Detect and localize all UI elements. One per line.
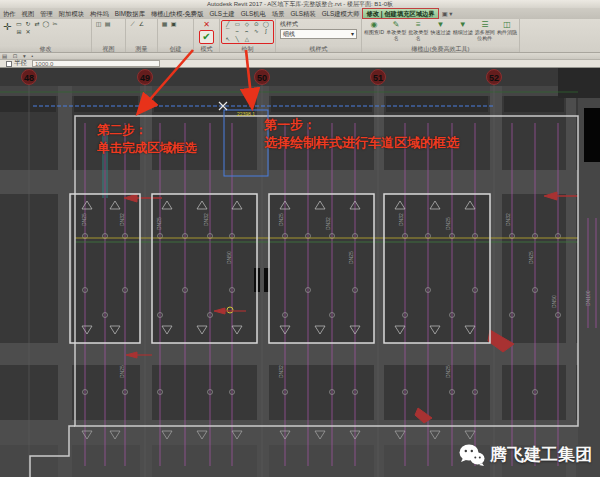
tab-modify-contextual[interactable]: 修改 | 创建填充区域边界 [362,8,438,19]
modify-move-icon[interactable]: ✛ [0,19,12,32]
panel-gls-tools: ◉ 框图查ID ✎ 单改类型名 ≡ 批改类型名 ▼ 快速过滤 ▼ 精细过滤 ☰ … [362,19,520,53]
svg-text:DN25: DN25 [445,217,451,230]
ribbon-tab-bar: 协作 视图 管理 附加模块 构件坞 BIM数据库 橄榄山快模-免费版 GLS土建… [0,8,600,19]
draw-polygon-icon[interactable]: ◇ [242,21,252,28]
panel-gls-label: 橄榄山(免费高效工具) [362,45,519,53]
modify-array-icon[interactable]: ⊞ [14,28,23,36]
gls-fine-filter-button[interactable]: ▼ 精细过滤 [452,20,474,45]
view-list-icon[interactable]: ▤ [103,20,112,28]
svg-text:48: 48 [24,73,34,83]
panel-modify-label: 修改 [0,45,91,53]
tab-overflow-icon[interactable]: ▣ ▾ [439,8,456,19]
window-title: Autodesk Revit 2017 - A区地下车库-完整版整合.rvt -… [0,0,600,8]
tab-addins[interactable]: 附加模块 [56,8,87,19]
gls-multi-level-select-button[interactable]: ☰ 选多层同位构件 [474,20,496,45]
svg-text:DN32: DN32 [325,217,331,230]
gls-quick-filter-button[interactable]: ▼ 快速过滤 [429,20,451,45]
draw-pick-edge-icon[interactable]: ╲ [233,36,243,43]
modify-rect-icon[interactable]: ▭ [14,20,23,28]
line-style-selected: 细线 [283,30,295,38]
tab-view[interactable]: 视图 [19,8,38,19]
measure-angle-icon[interactable]: ∠ [137,20,146,28]
view-window-icon[interactable]: ◫ [94,20,103,28]
draw-arc-icon[interactable]: ⌒ [223,28,233,35]
tab-gls-master[interactable]: GLS建模大师 [319,8,363,19]
radius-checkbox[interactable] [6,61,12,67]
svg-text:50: 50 [257,73,267,83]
tab-gls-free[interactable]: 橄榄山快模-免费版 [148,8,206,19]
panel-mode-label: 模式 [194,45,219,53]
tab-gls-finish[interactable]: GLS精装 [287,8,318,19]
draw-fillet-arc-icon[interactable]: ʃ [261,28,271,35]
radius-checkbox-label: 半径 [14,59,27,68]
svg-text:DN25: DN25 [81,213,87,226]
draw-line-icon[interactable]: ╱ [223,21,233,28]
measure-ruler-icon[interactable]: ⟋ [128,20,137,28]
tab-gls-mep[interactable]: GLS机电 [238,8,269,19]
browser-icon[interactable]: ▤ [2,53,7,59]
radius-value-input[interactable] [32,60,160,67]
grid-bubble-50: 50 [255,70,270,85]
draw-tools-group: ╱ ▭ ◇ ⊙ ◯ ⌒ ⌣ ⌢ ∿ ʃ ↖ ╲ △ [221,20,274,44]
svg-text:DN50: DN50 [226,251,232,264]
draw-tangent-arc-icon[interactable]: ⌢ [242,28,252,35]
create-group-icon[interactable]: ▦ [160,20,169,28]
panel-line-style-label: 线样式 [276,45,361,53]
panel-measure-label: 测量 [126,45,157,53]
svg-text:52: 52 [489,73,499,83]
modify-delete-icon[interactable]: ✕ [23,28,32,36]
draw-endpoint-arc-icon[interactable]: ⌣ [233,28,243,35]
modify-circle-icon[interactable]: ◯ [41,20,50,28]
grid-bubble-52: 52 [487,70,502,85]
modify-rotate-icon[interactable]: ↻ [23,20,32,28]
tab-gls-structure[interactable]: GLS土建 [206,8,237,19]
svg-text:DN25: DN25 [445,365,451,378]
modify-mirror-icon[interactable]: ⇄ [32,20,41,28]
draw-rectangle-icon[interactable]: ▭ [233,21,243,28]
gls-query-id-button[interactable]: ◉ 框图查ID [363,20,385,45]
draw-circle-icon[interactable]: ◯ [261,21,271,28]
watermark-text: 腾飞建工集团 [490,443,592,466]
annotation-step-2: 第二步： 单击完成区域框选 [97,121,197,157]
svg-text:DN25: DN25 [156,217,162,230]
draw-spline-icon[interactable]: ∿ [252,28,262,35]
svg-text:49: 49 [140,73,150,83]
dimension-label: 22398.1 [237,111,255,117]
create-assembly-icon[interactable]: ▣ [169,20,178,28]
line-style-dropdown[interactable]: 细线 ▾ [280,29,357,39]
tab-bim-db[interactable]: BIM数据库 [112,8,148,19]
chevron-down-icon: ▾ [351,30,354,38]
gls-hide-component-button[interactable]: ◫ 构件消隐 [496,20,518,45]
finish-sketch-button[interactable]: ✔ [199,30,213,44]
panel-draw: ╱ ▭ ◇ ⊙ ◯ ⌒ ⌣ ⌢ ∿ ʃ ↖ ╲ △ 绘制 [220,19,276,53]
draw-triangle-icon[interactable]: △ [242,36,252,43]
tab-component[interactable]: 构件坞 [87,8,112,19]
watermark: 腾飞建工集团 [459,443,592,466]
draw-pick-lines-icon[interactable]: ↖ [223,36,233,43]
options-bar: 半径 [0,60,600,68]
ribbon-filler [520,19,600,52]
panel-draw-label: 绘制 [220,45,275,53]
svg-text:DN32: DN32 [278,365,284,378]
svg-text:DN32: DN32 [505,213,511,226]
panel-view-label: 视图 [92,45,125,53]
panel-mode: ✕ ✔ 模式 [194,19,220,53]
cancel-sketch-button[interactable]: ✕ [203,20,210,29]
quick-toolstrip: ▤ ⊡ ▾ • [0,53,600,60]
gls-rename-type-button[interactable]: ✎ 单改类型名 [385,20,407,45]
tab-scene[interactable]: 场景 [269,8,288,19]
annotation-step-1: 第一步： 选择绘制样式进行车道区域的框选 [264,116,459,152]
svg-text:DN50: DN50 [551,295,557,308]
grid-bubble-49: 49 [138,70,153,85]
tab-collaborate[interactable]: 协作 [0,8,19,19]
svg-text:DN25: DN25 [278,213,284,226]
draw-circumscribed-polygon-icon[interactable]: ⊙ [252,21,262,28]
svg-text:DN32: DN32 [398,213,404,226]
panel-create: ▦ ▣ 创建 [158,19,194,53]
wechat-icon [459,444,485,466]
svg-text:DN32: DN32 [119,213,125,226]
gls-batch-rename-button[interactable]: ≡ 批改类型名 [407,20,429,45]
modify-trim-icon[interactable]: ✂ [50,20,59,28]
tab-manage[interactable]: 管理 [37,8,56,19]
dot-icon: • [31,53,33,59]
